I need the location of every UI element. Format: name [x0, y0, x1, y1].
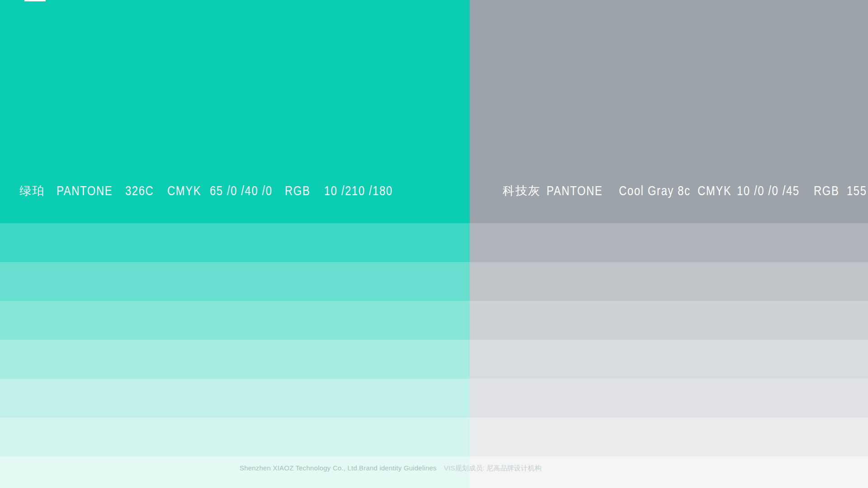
pantone-value: 326C: [125, 182, 154, 200]
cmyk-label: CMYK: [167, 182, 201, 200]
color-column-green: 绿珀 PANTONE 326C CMYK 65 /0 /40 /0 RGB 10…: [0, 0, 470, 488]
gray-spec-row: 科技灰 PANTONE Cool Gray 8c CMYK 10 /0 /0 /…: [470, 182, 868, 200]
green-main-swatch: 绿珀 PANTONE 326C CMYK 65 /0 /40 /0 RGB 10…: [0, 0, 470, 223]
rgb-value: 155: [847, 182, 867, 200]
brand-color-guidelines-page: 绿珀 PANTONE 326C CMYK 65 /0 /40 /0 RGB 10…: [0, 0, 868, 488]
gray-tint-band-1: [470, 223, 868, 262]
green-tint-band-6: [0, 418, 470, 456]
pantone-label: PANTONE: [57, 182, 113, 200]
green-tint-band-5: [0, 379, 470, 418]
green-tint-band-1: [0, 223, 470, 262]
color-column-gray: 科技灰 PANTONE Cool Gray 8c CMYK 10 /0 /0 /…: [470, 0, 868, 488]
gray-main-swatch: 科技灰 PANTONE Cool Gray 8c CMYK 10 /0 /0 /…: [470, 0, 868, 223]
rgb-value: 10 /210 /180: [324, 182, 393, 200]
green-spec-row: 绿珀 PANTONE 326C CMYK 65 /0 /40 /0 RGB 10…: [0, 182, 470, 200]
green-tint-band-3: [0, 301, 470, 340]
gray-tint-band-3: [470, 301, 868, 340]
color-name: 绿珀: [19, 182, 45, 200]
pantone-label: PANTONE: [547, 182, 603, 200]
cmyk-value: 65 /0 /40 /0: [210, 182, 273, 200]
gray-tint-band-6: [470, 418, 868, 456]
green-tint-band-2: [0, 262, 470, 301]
pantone-value: Cool Gray 8c: [619, 182, 690, 200]
gray-tint-band-5: [470, 379, 868, 418]
cmyk-value: 10 /0 /0 /45: [737, 182, 800, 200]
gray-tint-band-4: [470, 340, 868, 379]
rgb-label: RGB: [814, 182, 839, 200]
green-tint-band-4: [0, 340, 470, 379]
green-tint-band-7: [0, 456, 470, 488]
rgb-label: RGB: [285, 182, 310, 200]
gray-tint-band-2: [470, 262, 868, 301]
color-name: 科技灰: [503, 182, 541, 200]
cmyk-label: CMYK: [698, 182, 731, 200]
logo-fragment: [24, 0, 46, 1]
gray-tint-band-7: [470, 456, 868, 488]
